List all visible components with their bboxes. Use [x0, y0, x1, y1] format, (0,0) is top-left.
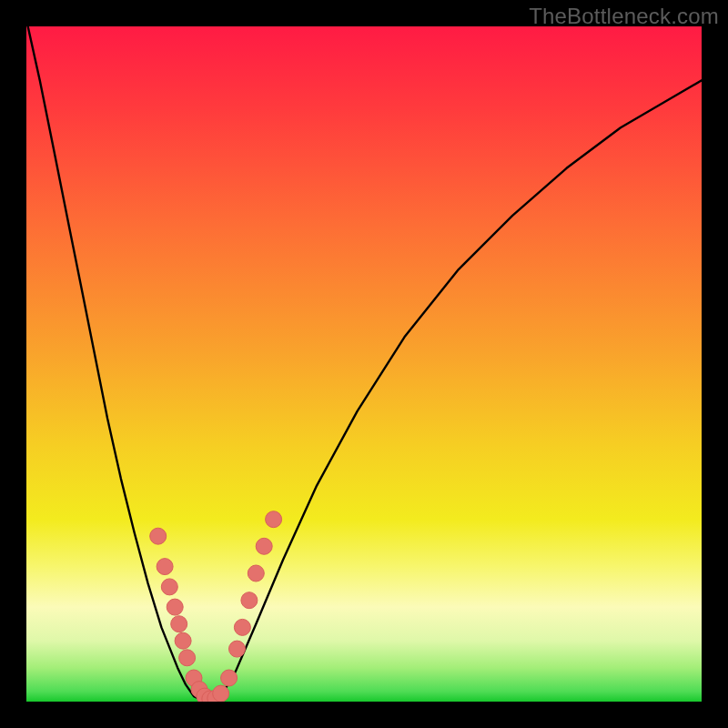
plot-area — [26, 26, 702, 702]
marker-dot — [229, 641, 246, 657]
marker-dots — [150, 511, 282, 702]
marker-dot — [221, 670, 238, 686]
chart-frame: TheBottleneck.com — [0, 0, 728, 728]
marker-dot — [179, 650, 196, 666]
curve-path — [26, 26, 702, 701]
marker-dot — [150, 528, 167, 544]
marker-dot — [213, 685, 229, 702]
marker-dot — [157, 559, 173, 575]
marker-dot — [248, 565, 264, 581]
bottleneck-curve — [26, 26, 702, 701]
marker-dot — [234, 619, 250, 635]
marker-dot — [171, 616, 187, 632]
marker-dot — [256, 538, 272, 554]
marker-dot — [266, 511, 282, 528]
curve-layer — [26, 26, 702, 702]
marker-dot — [161, 579, 177, 595]
marker-dot — [167, 599, 183, 615]
watermark-text: TheBottleneck.com — [529, 4, 719, 29]
marker-dot — [175, 632, 191, 649]
marker-dot — [241, 592, 258, 609]
